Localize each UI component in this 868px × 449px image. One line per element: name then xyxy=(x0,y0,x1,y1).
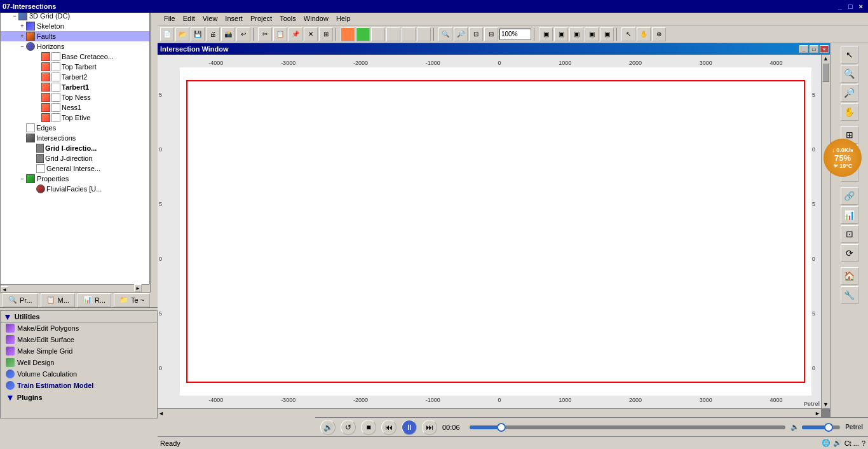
tree-item-edges[interactable]: Edges xyxy=(1,123,149,133)
right-tool-arrow[interactable]: ↖ xyxy=(841,46,858,64)
expand-intersections[interactable] xyxy=(18,134,26,142)
menu-help[interactable]: Help xyxy=(332,13,355,24)
util-volume-calc[interactable]: Volume Calculation xyxy=(1,368,157,380)
toolbar-new[interactable]: 📄 xyxy=(160,27,174,41)
toolbar-open[interactable]: 📂 xyxy=(175,27,189,41)
playback-volume[interactable]: 🔊 xyxy=(320,420,336,435)
playback-reset[interactable]: ↺ xyxy=(341,420,356,435)
tab-input[interactable]: 🔍 Pr... xyxy=(3,293,38,307)
util-make-edit-surface[interactable]: Make/Edit Surface xyxy=(1,334,157,345)
zoom-input[interactable] xyxy=(499,29,531,40)
toolbar-color4[interactable] xyxy=(386,27,400,41)
right-tool-zoom-out[interactable]: 🔎 xyxy=(841,84,858,102)
playback-stop[interactable]: ■ xyxy=(361,420,376,435)
outer-close[interactable]: × xyxy=(857,3,865,10)
menu-insert[interactable]: Insert xyxy=(221,13,247,24)
toolbar-pan[interactable]: ✋ xyxy=(637,27,651,41)
toolbar-color6[interactable] xyxy=(417,27,431,41)
playback-progress-thumb[interactable] xyxy=(497,423,506,432)
right-tool-fit[interactable]: ⊡ xyxy=(841,225,858,243)
right-tool-zoom-in[interactable]: 🔍 xyxy=(841,65,858,83)
plugins-collapse-icon[interactable]: ▼ xyxy=(6,392,15,403)
drawing-area[interactable] xyxy=(180,67,811,396)
toolbar-zoom-fit[interactable]: ⊡ xyxy=(469,27,483,41)
utilities-collapse-icon[interactable]: ▼ xyxy=(3,312,12,322)
toolbar-zoom-out[interactable]: 🔎 xyxy=(454,27,468,41)
toolbar-print[interactable]: 🖨 xyxy=(206,27,220,41)
expand-skeleton[interactable]: + xyxy=(18,22,26,30)
tree-item-horizons[interactable]: − Horizons xyxy=(1,41,149,52)
right-tool-prop[interactable]: 📊 xyxy=(841,206,858,224)
tray-icon-2[interactable]: 🔊 xyxy=(833,439,842,447)
expand-horizons[interactable]: − xyxy=(18,43,26,50)
menu-view[interactable]: View xyxy=(199,13,222,24)
right-tool-home[interactable]: 🏠 xyxy=(841,267,858,285)
tree-item-top-etive[interactable]: Top Etive xyxy=(1,113,149,123)
toolbar-select[interactable]: ⊞ xyxy=(319,27,333,41)
int-win-close[interactable]: × xyxy=(820,45,829,53)
menu-edit[interactable]: Edit xyxy=(179,13,199,24)
playback-rewind[interactable]: ⏮ xyxy=(381,420,397,435)
tray-help[interactable]: ? xyxy=(862,439,865,447)
playback-pause[interactable]: ⏸ xyxy=(402,420,417,435)
menu-window[interactable]: Window xyxy=(300,13,332,24)
util-make-edit-polygons[interactable]: Make/Edit Polygons xyxy=(1,322,157,334)
right-tool-extra[interactable]: 🔧 xyxy=(841,286,858,304)
tab-r[interactable]: 📊 R... xyxy=(78,293,111,307)
toolbar-cut[interactable]: ✂ xyxy=(258,27,272,41)
toolbar-color5[interactable] xyxy=(402,27,416,41)
menu-project[interactable]: Project xyxy=(247,13,276,24)
viewport-scrollbar-v[interactable]: ▲ ▼ xyxy=(821,55,830,408)
toolbar-copy[interactable]: 📋 xyxy=(273,27,287,41)
util-well-design[interactable]: Well Design xyxy=(1,357,157,368)
tray-icon-1[interactable]: 🌐 xyxy=(822,439,831,447)
toolbar-save[interactable]: 💾 xyxy=(191,27,205,41)
tree-item-skeleton[interactable]: + Skeleton xyxy=(1,21,149,31)
tree-item-tarbert2[interactable]: Tarbert2 xyxy=(1,72,149,82)
toolbar-snapshot[interactable]: 📸 xyxy=(221,27,235,41)
tree-item-grid-j-dir[interactable]: Grid J-direction xyxy=(1,153,149,163)
toolbar-v1[interactable]: ▣ xyxy=(539,27,553,41)
toolbar-paste[interactable]: 📌 xyxy=(288,27,302,41)
expand-faults[interactable]: + xyxy=(18,32,26,40)
right-tool-reset[interactable]: ⟳ xyxy=(841,244,858,262)
toolbar-cursor[interactable]: ↖ xyxy=(621,27,635,41)
tree-item-tarbert1[interactable]: Tarbert1 xyxy=(1,82,149,92)
util-train-estimation[interactable]: Train Estimation Model xyxy=(1,380,157,391)
volume-slider[interactable] xyxy=(802,425,840,429)
outer-maximize[interactable]: □ xyxy=(846,3,855,10)
tree-item-grid-i-dir[interactable]: Grid I-directio... xyxy=(1,143,149,153)
toolbar-delete[interactable]: ✕ xyxy=(304,27,318,41)
outer-minimize[interactable]: _ xyxy=(836,3,844,10)
right-tool-link[interactable]: 🔗 xyxy=(841,187,858,205)
toolbar-v4[interactable]: ▣ xyxy=(585,27,599,41)
toolbar-color2[interactable] xyxy=(356,27,370,41)
viewport-scrollbar-h[interactable]: ◄ ► xyxy=(158,408,821,417)
toolbar-extra1[interactable]: ⊕ xyxy=(652,27,666,41)
expand-properties[interactable]: − xyxy=(18,175,26,183)
tree-item-top-ness[interactable]: Top Ness xyxy=(1,92,149,102)
toolbar-color1[interactable] xyxy=(341,27,355,41)
tree-item-properties[interactable]: − Properties xyxy=(1,174,149,184)
tab-m[interactable]: 📋 M... xyxy=(41,293,75,307)
int-win-minimize[interactable]: _ xyxy=(799,45,808,53)
tree-item-fluvialfacies[interactable]: FluvialFacies [U... xyxy=(1,184,149,194)
tab-te[interactable]: 📁 Te ~ xyxy=(114,293,150,307)
toolbar-zoom-select[interactable]: ⊟ xyxy=(484,27,498,41)
menu-tools[interactable]: Tools xyxy=(276,13,300,24)
playback-forward[interactable]: ⏭ xyxy=(422,420,437,435)
tree-item-ness1[interactable]: Ness1 xyxy=(1,102,149,113)
tree-item-faults[interactable]: + Faults xyxy=(1,31,149,41)
tree-scrollbar-h[interactable]: ◄ ► xyxy=(1,284,149,292)
int-win-maximize[interactable]: □ xyxy=(810,45,818,53)
toolbar-v5[interactable]: ▣ xyxy=(600,27,614,41)
toolbar-zoom-in[interactable]: 🔍 xyxy=(438,27,452,41)
toolbar-v2[interactable]: ▣ xyxy=(554,27,568,41)
tree-item-top-tarbert[interactable]: Top Tarbert xyxy=(1,62,149,72)
menu-file[interactable]: File xyxy=(160,13,179,24)
expand-3d-grid-dc[interactable]: − xyxy=(11,12,18,20)
volume-thumb[interactable] xyxy=(824,423,833,432)
right-tool-pan[interactable]: ✋ xyxy=(841,103,858,121)
playback-progress-bar[interactable] xyxy=(470,425,785,429)
plugins-section[interactable]: ▼ Plugins xyxy=(1,391,157,404)
